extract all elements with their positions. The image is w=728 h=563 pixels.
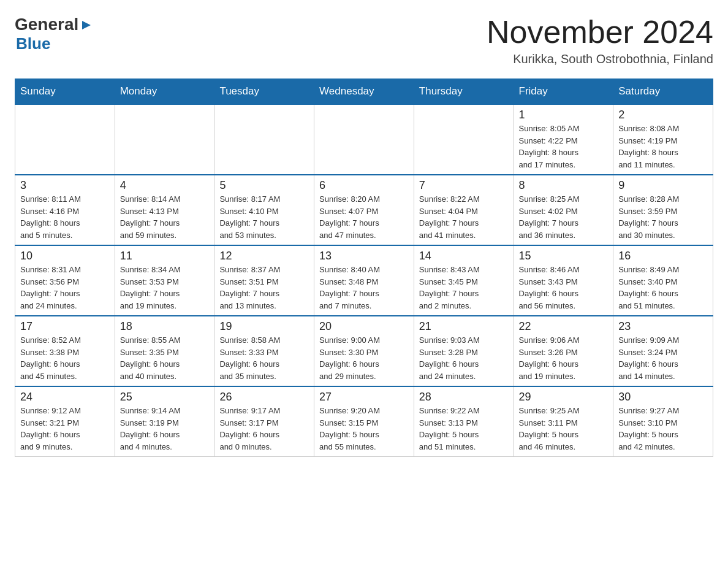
day-number: 9 [618,179,708,192]
day-number: 21 [419,320,509,333]
day-info: Sunrise: 8:11 AM Sunset: 4:16 PM Dayligh… [20,193,110,241]
calendar-cell: 10Sunrise: 8:31 AM Sunset: 3:56 PM Dayli… [15,245,115,316]
calendar-cell [115,104,214,175]
day-number: 10 [20,250,110,262]
day-number: 20 [319,320,409,333]
calendar-cell: 9Sunrise: 8:28 AM Sunset: 3:59 PM Daylig… [613,175,713,245]
day-number: 23 [618,320,708,333]
calendar-cell: 4Sunrise: 8:14 AM Sunset: 4:13 PM Daylig… [115,175,214,245]
day-info: Sunrise: 8:43 AM Sunset: 3:45 PM Dayligh… [419,264,509,312]
calendar-cell: 23Sunrise: 9:09 AM Sunset: 3:24 PM Dayli… [613,316,713,386]
day-info: Sunrise: 8:08 AM Sunset: 4:19 PM Dayligh… [618,123,708,170]
day-number: 11 [120,250,210,262]
calendar-cell: 20Sunrise: 9:00 AM Sunset: 3:30 PM Dayli… [314,316,414,386]
header-friday: Friday [514,79,613,105]
calendar-cell: 27Sunrise: 9:20 AM Sunset: 3:15 PM Dayli… [314,386,414,457]
header-saturday: Saturday [613,79,713,105]
day-info: Sunrise: 8:58 AM Sunset: 3:33 PM Dayligh… [219,334,309,382]
calendar-cell: 12Sunrise: 8:37 AM Sunset: 3:51 PM Dayli… [214,245,314,316]
day-number: 19 [219,320,309,333]
day-info: Sunrise: 9:09 AM Sunset: 3:24 PM Dayligh… [618,334,708,382]
day-info: Sunrise: 8:55 AM Sunset: 3:35 PM Dayligh… [120,334,210,382]
calendar-cell: 15Sunrise: 8:46 AM Sunset: 3:43 PM Dayli… [514,245,613,316]
day-number: 18 [120,320,210,333]
day-number: 3 [20,179,110,192]
day-info: Sunrise: 8:49 AM Sunset: 3:40 PM Dayligh… [618,264,708,312]
calendar-week-row: 3Sunrise: 8:11 AM Sunset: 4:16 PM Daylig… [15,175,713,245]
day-info: Sunrise: 8:14 AM Sunset: 4:13 PM Dayligh… [120,193,210,241]
calendar-cell: 22Sunrise: 9:06 AM Sunset: 3:26 PM Dayli… [514,316,613,386]
calendar-week-row: 17Sunrise: 8:52 AM Sunset: 3:38 PM Dayli… [15,316,713,386]
calendar-header-row: Sunday Monday Tuesday Wednesday Thursday… [15,79,713,105]
day-info: Sunrise: 8:22 AM Sunset: 4:04 PM Dayligh… [419,193,509,241]
day-info: Sunrise: 9:03 AM Sunset: 3:28 PM Dayligh… [419,334,509,382]
calendar-cell [314,104,414,175]
day-info: Sunrise: 9:17 AM Sunset: 3:17 PM Dayligh… [219,405,309,453]
calendar-cell: 24Sunrise: 9:12 AM Sunset: 3:21 PM Dayli… [15,386,115,457]
calendar-cell: 14Sunrise: 8:43 AM Sunset: 3:45 PM Dayli… [414,245,514,316]
day-number: 14 [419,250,509,262]
calendar-cell: 16Sunrise: 8:49 AM Sunset: 3:40 PM Dayli… [613,245,713,316]
calendar-cell: 3Sunrise: 8:11 AM Sunset: 4:16 PM Daylig… [15,175,115,245]
day-info: Sunrise: 9:14 AM Sunset: 3:19 PM Dayligh… [120,405,210,453]
calendar-cell: 19Sunrise: 8:58 AM Sunset: 3:33 PM Dayli… [214,316,314,386]
calendar-cell: 25Sunrise: 9:14 AM Sunset: 3:19 PM Dayli… [115,386,214,457]
day-info: Sunrise: 9:06 AM Sunset: 3:26 PM Dayligh… [519,334,609,382]
day-number: 7 [419,179,509,192]
day-number: 12 [219,250,309,262]
day-info: Sunrise: 9:27 AM Sunset: 3:10 PM Dayligh… [618,405,708,453]
calendar-cell: 13Sunrise: 8:40 AM Sunset: 3:48 PM Dayli… [314,245,414,316]
calendar-cell: 7Sunrise: 8:22 AM Sunset: 4:04 PM Daylig… [414,175,514,245]
day-info: Sunrise: 8:31 AM Sunset: 3:56 PM Dayligh… [20,264,110,312]
calendar-cell: 17Sunrise: 8:52 AM Sunset: 3:38 PM Dayli… [15,316,115,386]
logo-general-text: General [15,15,78,34]
header-thursday: Thursday [414,79,514,105]
day-info: Sunrise: 9:20 AM Sunset: 3:15 PM Dayligh… [319,405,409,453]
day-number: 22 [519,320,609,333]
day-info: Sunrise: 8:52 AM Sunset: 3:38 PM Dayligh… [20,334,110,382]
subtitle: Kurikka, South Ostrobothnia, Finland [487,52,713,66]
day-number: 29 [519,391,609,404]
header-tuesday: Tuesday [214,79,314,105]
logo-arrow-icon [80,18,93,32]
calendar-cell: 5Sunrise: 8:17 AM Sunset: 4:10 PM Daylig… [214,175,314,245]
day-number: 26 [219,391,309,404]
day-number: 8 [519,179,609,192]
calendar-cell: 2Sunrise: 8:08 AM Sunset: 4:19 PM Daylig… [613,104,713,175]
day-info: Sunrise: 8:37 AM Sunset: 3:51 PM Dayligh… [219,264,309,312]
title-section: November 2024 Kurikka, South Ostrobothni… [487,15,713,66]
day-number: 5 [219,179,309,192]
calendar-cell: 26Sunrise: 9:17 AM Sunset: 3:17 PM Dayli… [214,386,314,457]
calendar-cell [15,104,115,175]
day-info: Sunrise: 8:28 AM Sunset: 3:59 PM Dayligh… [618,193,708,241]
day-number: 24 [20,391,110,404]
day-number: 27 [319,391,409,404]
page-header: General Blue November 2024 Kurikka, Sout… [15,15,713,66]
calendar-cell: 6Sunrise: 8:20 AM Sunset: 4:07 PM Daylig… [314,175,414,245]
header-monday: Monday [115,79,214,105]
calendar-cell: 29Sunrise: 9:25 AM Sunset: 3:11 PM Dayli… [514,386,613,457]
day-info: Sunrise: 8:17 AM Sunset: 4:10 PM Dayligh… [219,193,309,241]
day-info: Sunrise: 8:20 AM Sunset: 4:07 PM Dayligh… [319,193,409,241]
calendar-cell: 1Sunrise: 8:05 AM Sunset: 4:22 PM Daylig… [514,104,613,175]
calendar-cell: 30Sunrise: 9:27 AM Sunset: 3:10 PM Dayli… [613,386,713,457]
day-number: 25 [120,391,210,404]
day-number: 1 [519,109,609,121]
day-info: Sunrise: 9:12 AM Sunset: 3:21 PM Dayligh… [20,405,110,453]
calendar-cell: 8Sunrise: 8:25 AM Sunset: 4:02 PM Daylig… [514,175,613,245]
calendar-cell [414,104,514,175]
day-number: 6 [319,179,409,192]
calendar-week-row: 24Sunrise: 9:12 AM Sunset: 3:21 PM Dayli… [15,386,713,457]
day-info: Sunrise: 9:00 AM Sunset: 3:30 PM Dayligh… [319,334,409,382]
calendar-week-row: 1Sunrise: 8:05 AM Sunset: 4:22 PM Daylig… [15,104,713,175]
day-number: 28 [419,391,509,404]
day-info: Sunrise: 8:05 AM Sunset: 4:22 PM Dayligh… [519,123,609,170]
day-info: Sunrise: 9:25 AM Sunset: 3:11 PM Dayligh… [519,405,609,453]
header-sunday: Sunday [15,79,115,105]
day-number: 2 [618,109,708,121]
calendar-cell [214,104,314,175]
calendar-week-row: 10Sunrise: 8:31 AM Sunset: 3:56 PM Dayli… [15,245,713,316]
day-number: 13 [319,250,409,262]
logo: General Blue [15,15,93,53]
calendar-table: Sunday Monday Tuesday Wednesday Thursday… [15,79,713,457]
